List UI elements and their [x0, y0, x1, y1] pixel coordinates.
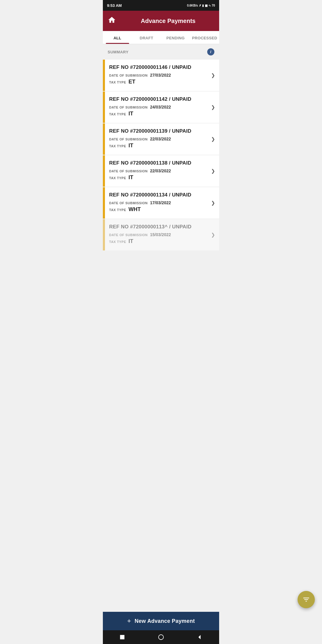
item-date-row: DATE OF SUBMISSION 24/03/2022	[109, 105, 203, 109]
item-tax-row: TAX TYPE IT	[109, 143, 203, 149]
plus-icon: +	[127, 617, 131, 625]
chevron-right-icon: ❯	[207, 219, 219, 250]
date-label: DATE OF SUBMISSION	[109, 106, 148, 109]
payment-list-item[interactable]: REF NO #720000001134 / UNPAID DATE OF SU…	[103, 187, 219, 219]
item-content: REF NO #720000001134 / UNPAID DATE OF SU…	[105, 187, 207, 219]
item-date: 27/03/2022	[150, 73, 171, 78]
item-date-row: DATE OF SUBMISSION 17/03/2022	[109, 200, 203, 205]
item-date: 22/03/2022	[150, 168, 171, 173]
item-status-indicator	[103, 219, 105, 250]
item-tax-type: ET	[129, 79, 135, 85]
status-bar: 9:53 AM 0.6KB/s ✗ ▮ ▩ ∿ 70	[103, 0, 219, 11]
back-button[interactable]	[196, 634, 203, 640]
wifi-icon: ∿	[208, 4, 211, 7]
item-content: REF NO #720000001139 / UNPAID DATE OF SU…	[105, 123, 207, 155]
info-icon-button[interactable]: i	[207, 48, 214, 55]
item-ref-no: REF NO #720000001134 / UNPAID	[109, 192, 203, 198]
status-icons: 0.6KB/s ✗ ▮ ▩ ∿ 70	[187, 4, 215, 7]
item-tax-type: IT	[129, 238, 133, 244]
svg-rect-0	[120, 635, 125, 640]
date-label: DATE OF SUBMISSION	[109, 137, 148, 141]
payment-list-item[interactable]: REF NO #72000000113^ / UNPAID DATE OF SU…	[103, 219, 219, 250]
new-payment-bar[interactable]: + New Advance Payment	[103, 612, 219, 630]
stop-button[interactable]	[119, 634, 126, 640]
tab-pending[interactable]: PENDING	[161, 31, 190, 44]
item-tax-row: TAX TYPE IT	[109, 111, 203, 117]
network-speed: 0.6KB/s	[187, 4, 198, 7]
status-time: 9:53 AM	[107, 3, 122, 8]
app-header: Advance Payments	[103, 11, 219, 31]
home-nav-button[interactable]	[158, 634, 164, 640]
tax-label: TAX TYPE	[109, 112, 126, 116]
page-title: Advance Payments	[122, 18, 214, 24]
item-date-row: DATE OF SUBMISSION 15/03/2022	[109, 232, 203, 237]
payment-list-item[interactable]: REF NO #720000001146 / UNPAID DATE OF SU…	[103, 60, 219, 91]
item-date: 22/03/2022	[150, 137, 171, 141]
item-ref-no: REF NO #720000001146 / UNPAID	[109, 64, 203, 70]
item-tax-row: TAX TYPE WHT	[109, 206, 203, 213]
item-status-indicator	[103, 92, 105, 123]
item-date-row: DATE OF SUBMISSION 22/03/2022	[109, 168, 203, 173]
chevron-right-icon: ❯	[207, 92, 219, 123]
item-tax-row: TAX TYPE ET	[109, 79, 203, 85]
chevron-right-icon: ❯	[207, 60, 219, 91]
bottom-nav	[103, 630, 219, 644]
item-ref-no: REF NO #720000001138 / UNPAID	[109, 160, 203, 166]
item-date: 24/03/2022	[150, 105, 171, 109]
new-payment-label: New Advance Payment	[134, 618, 195, 624]
tabs-bar: ALL DRAFT PENDING PROCESSED	[103, 31, 219, 44]
item-status-indicator	[103, 123, 105, 155]
chevron-right-icon: ❯	[207, 187, 219, 219]
item-content: REF NO #72000000113^ / UNPAID DATE OF SU…	[105, 219, 207, 250]
battery-icon: ▮	[202, 4, 204, 7]
tax-label: TAX TYPE	[109, 176, 126, 180]
tab-draft[interactable]: DRAFT	[132, 31, 161, 44]
tax-label: TAX TYPE	[109, 80, 126, 84]
item-tax-type: IT	[129, 111, 133, 117]
item-tax-type: WHT	[129, 206, 141, 213]
item-ref-no: REF NO #720000001139 / UNPAID	[109, 128, 203, 134]
item-status-indicator	[103, 155, 105, 187]
item-status-indicator	[103, 187, 105, 219]
payment-list-item[interactable]: REF NO #720000001139 / UNPAID DATE OF SU…	[103, 123, 219, 155]
item-content: REF NO #720000001146 / UNPAID DATE OF SU…	[105, 60, 207, 91]
item-content: REF NO #720000001142 / UNPAID DATE OF SU…	[105, 92, 207, 123]
item-ref-no: REF NO #720000001142 / UNPAID	[109, 96, 203, 102]
date-label: DATE OF SUBMISSION	[109, 74, 148, 77]
payment-list-item[interactable]: REF NO #720000001138 / UNPAID DATE OF SU…	[103, 155, 219, 187]
item-status-indicator	[103, 60, 105, 91]
item-ref-no: REF NO #72000000113^ / UNPAID	[109, 224, 203, 230]
date-label: DATE OF SUBMISSION	[109, 201, 148, 205]
item-date: 15/03/2022	[150, 232, 171, 237]
item-date-row: DATE OF SUBMISSION 27/03/2022	[109, 73, 203, 78]
tax-label: TAX TYPE	[109, 240, 126, 244]
chevron-right-icon: ❯	[207, 155, 219, 187]
tab-processed[interactable]: PROCESSED	[190, 31, 219, 44]
tax-label: TAX TYPE	[109, 144, 126, 148]
battery-percent: 70	[212, 4, 215, 7]
item-date: 17/03/2022	[150, 200, 171, 205]
item-date-row: DATE OF SUBMISSION 22/03/2022	[109, 137, 203, 141]
payment-list-item[interactable]: REF NO #720000001142 / UNPAID DATE OF SU…	[103, 92, 219, 123]
item-content: REF NO #720000001138 / UNPAID DATE OF SU…	[105, 155, 207, 187]
svg-marker-2	[198, 635, 200, 640]
tab-all[interactable]: ALL	[103, 31, 132, 44]
svg-point-1	[159, 635, 164, 640]
home-button[interactable]	[108, 16, 116, 26]
item-tax-type: IT	[129, 143, 133, 149]
signal-icon: ▩	[205, 4, 208, 7]
item-tax-row: TAX TYPE IT	[109, 238, 203, 244]
tax-label: TAX TYPE	[109, 208, 126, 212]
summary-header: SUMMARY i	[103, 44, 219, 60]
date-label: DATE OF SUBMISSION	[109, 233, 148, 237]
summary-label: SUMMARY	[108, 50, 207, 54]
bluetooth-icon: ✗	[199, 4, 201, 7]
payment-list: REF NO #720000001146 / UNPAID DATE OF SU…	[103, 60, 219, 250]
date-label: DATE OF SUBMISSION	[109, 169, 148, 173]
item-tax-row: TAX TYPE IT	[109, 174, 203, 181]
chevron-right-icon: ❯	[207, 123, 219, 155]
item-tax-type: IT	[129, 174, 133, 181]
